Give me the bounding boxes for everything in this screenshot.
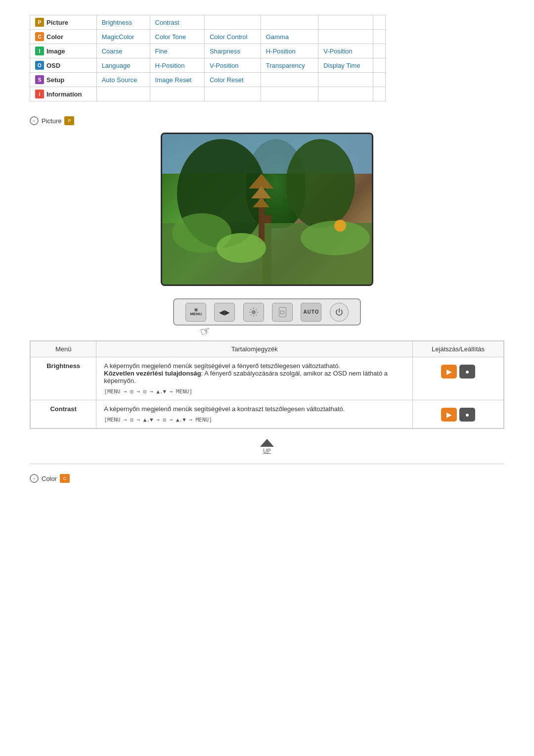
nav-item-cell	[318, 15, 373, 30]
color-section-header: ○ Color C	[30, 474, 504, 483]
nav-icon: I	[35, 47, 44, 55]
nav-item-cell	[150, 87, 204, 101]
action-buttons: ▶ ●	[420, 408, 496, 422]
svg-line-17	[250, 309, 251, 310]
color-circle-icon: ○	[30, 474, 39, 483]
nav-item-cell	[373, 15, 386, 30]
nav-table: P PictureBrightnessContrastC ColorMagicC…	[30, 15, 386, 101]
nav-item-cell	[318, 73, 373, 87]
nav-item-cell[interactable]: Display Time	[318, 58, 373, 73]
up-label: UP	[263, 448, 270, 454]
nav-item-cell[interactable]: V-Position	[318, 44, 373, 58]
svg-point-11	[217, 233, 266, 263]
nav-icon: P	[35, 18, 44, 27]
nav-item-cell[interactable]: Auto Source	[96, 73, 150, 87]
info-table-container: Menü Tartalomjegyzék Lejátszás/Leállítás…	[30, 340, 504, 429]
nav-menu-cell[interactable]: S Setup	[30, 73, 97, 87]
info-menu-cell: Brightness	[31, 357, 96, 400]
nav-item-cell[interactable]: Color Reset	[204, 73, 261, 87]
nav-icon: i	[35, 90, 44, 98]
nav-item-cell	[318, 87, 373, 101]
nav-menu-cell[interactable]: i Information	[30, 87, 97, 101]
nav-item-cell	[261, 73, 318, 87]
nav-icon: O	[35, 61, 44, 70]
info-action-cell[interactable]: ▶ ●	[413, 400, 504, 428]
nav-item-cell[interactable]: Color Control	[204, 30, 261, 44]
nav-item-cell[interactable]: H-Position	[261, 44, 318, 58]
up-arrow-icon	[260, 439, 274, 447]
color-section: ○ Color C	[30, 474, 504, 483]
svg-point-10	[334, 220, 346, 232]
stop-button[interactable]: ●	[459, 365, 475, 378]
svg-line-19	[256, 309, 257, 310]
nav-item-cell	[373, 87, 386, 101]
monitor-screen	[162, 134, 372, 284]
nav-left-button[interactable]: ◀▶	[214, 303, 235, 322]
action-buttons: ▶ ●	[420, 365, 496, 378]
col-menu-header: Menü	[31, 341, 96, 357]
col-action-header: Lejátszás/Leállítás	[413, 341, 504, 357]
nav-item-cell[interactable]: Transparency	[261, 58, 318, 73]
info-content-cell: A képernyőn megjelenő menük segítségével…	[96, 400, 413, 428]
color-label: Color	[42, 475, 57, 482]
nav-item-cell[interactable]: Gamma	[261, 30, 318, 44]
nav-item-cell	[261, 15, 318, 30]
control-bar-area: ⊞ MENU ◀▶	[30, 298, 504, 326]
menu-button[interactable]: ⊞ MENU	[185, 303, 206, 322]
nav-item-cell[interactable]: V-Position	[204, 58, 261, 73]
up-button[interactable]: UP	[260, 439, 274, 454]
nav-icon: S	[35, 75, 44, 84]
svg-line-18	[256, 314, 257, 315]
nav-menu-cell[interactable]: C Color	[30, 30, 97, 44]
picture-circle-icon: ○	[30, 116, 39, 125]
stop-button[interactable]: ●	[459, 408, 475, 422]
section-divider	[30, 464, 504, 464]
nav-menu-cell[interactable]: P Picture	[30, 15, 97, 30]
aspect-button[interactable]: □	[272, 303, 293, 322]
info-table: Menü Tartalomjegyzék Lejátszás/Leállítás…	[30, 341, 504, 428]
picture-box-icon: P	[64, 116, 74, 125]
nav-item-cell[interactable]: Contrast	[150, 15, 204, 30]
nav-item-cell[interactable]: Fine	[150, 44, 204, 58]
nav-item-cell[interactable]: Image Reset	[150, 73, 204, 87]
nav-item-cell	[204, 87, 261, 101]
info-content-cell: A képernyőn megjelenő menük segítségével…	[96, 357, 413, 400]
info-menu-cell: Contrast	[31, 400, 96, 428]
info-action-cell[interactable]: ▶ ●	[413, 357, 504, 400]
svg-point-3	[286, 139, 355, 228]
nav-menu-cell[interactable]: I Image	[30, 44, 97, 58]
nav-item-cell[interactable]: MagicColor	[96, 30, 150, 44]
monitor-display	[30, 133, 504, 286]
nav-item-cell	[261, 87, 318, 101]
control-bar: ⊞ MENU ◀▶	[173, 298, 361, 326]
nav-icon: C	[35, 32, 44, 41]
col-content-header: Tartalomjegyzék	[96, 341, 413, 357]
up-button-area[interactable]: UP	[30, 439, 504, 454]
auto-button[interactable]: AUTO	[301, 303, 321, 322]
brightness-button[interactable]	[243, 303, 264, 322]
nav-item-cell	[373, 73, 386, 87]
svg-point-12	[252, 310, 256, 314]
nav-item-cell[interactable]: Brightness	[96, 15, 150, 30]
color-box-icon: C	[60, 474, 70, 483]
nav-item-cell[interactable]: Coarse	[96, 44, 150, 58]
svg-line-20	[250, 314, 251, 315]
nav-item-cell	[373, 44, 386, 58]
nav-menu-cell[interactable]: O OSD	[30, 58, 97, 73]
nav-item-cell	[96, 87, 150, 101]
monitor-frame	[161, 133, 373, 286]
power-button[interactable]	[330, 303, 349, 322]
nav-item-cell[interactable]: Color Tone	[150, 30, 204, 44]
nav-item-cell	[373, 30, 386, 44]
play-button[interactable]: ▶	[441, 408, 457, 422]
nav-item-cell[interactable]: Language	[96, 58, 150, 73]
nav-item-cell[interactable]: Sharpness	[204, 44, 261, 58]
nav-item-cell	[204, 15, 261, 30]
nav-item-cell[interactable]: H-Position	[150, 58, 204, 73]
play-button[interactable]: ▶	[441, 365, 457, 378]
picture-section-header: ○ Picture P	[30, 116, 504, 125]
nav-item-cell	[318, 30, 373, 44]
nav-item-cell	[373, 58, 386, 73]
picture-label: Picture	[42, 117, 61, 125]
